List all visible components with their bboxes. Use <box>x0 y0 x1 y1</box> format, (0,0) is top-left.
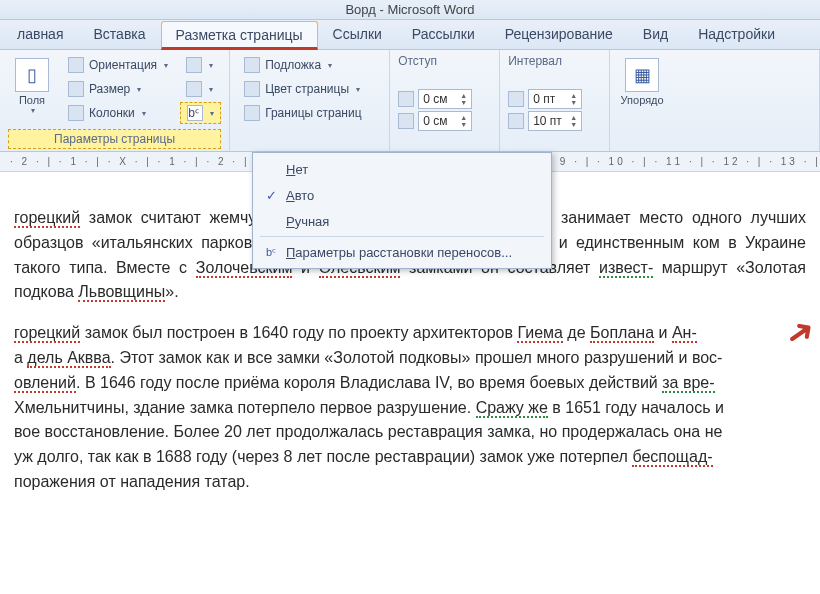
hyphenation-button[interactable]: bᶜ▾ <box>180 102 221 124</box>
ribbon-tabs: лавная Вставка Разметка страницы Ссылки … <box>0 20 820 50</box>
indent-title: Отступ <box>398 54 491 68</box>
chevron-down-icon: ▾ <box>210 109 214 118</box>
indent-left-input[interactable]: 0 см▲▼ <box>418 89 472 109</box>
page-color-label: Цвет страницы <box>265 82 349 96</box>
text: дель Аквва <box>27 349 110 368</box>
ribbon: ▯ Поля ▾ Ориентация▾ Размер▾ Колонки▾ ▾ … <box>0 50 820 152</box>
text: беспощад- <box>632 448 712 467</box>
spacing-before-value: 0 пт <box>533 92 555 106</box>
tab-references[interactable]: Ссылки <box>318 20 397 49</box>
page-borders-label: Границы страниц <box>265 106 361 120</box>
text: овлений <box>14 374 76 393</box>
group-spacing: Интервал 0 пт▲▼ 10 пт▲▼ <box>500 50 610 151</box>
breaks-icon <box>186 57 202 73</box>
group-page-setup: ▯ Поля ▾ Ориентация▾ Размер▾ Колонки▾ ▾ … <box>0 50 230 151</box>
tab-page-layout[interactable]: Разметка страницы <box>161 21 318 50</box>
orientation-icon <box>68 57 84 73</box>
spacing-group-label <box>508 145 601 149</box>
hyph-none[interactable]: Нет <box>256 156 548 182</box>
text: горецкий <box>14 209 80 228</box>
text: и <box>654 324 672 341</box>
indent-left-icon <box>398 91 414 107</box>
spinner-arrows-icon[interactable]: ▲▼ <box>460 114 467 128</box>
indent-right-value: 0 см <box>423 114 447 128</box>
hyph-options[interactable]: bᶜПараметры расстановки переносов... <box>256 239 548 265</box>
indent-right-input[interactable]: 0 см▲▼ <box>418 111 472 131</box>
tab-view[interactable]: Вид <box>628 20 683 49</box>
spacing-title: Интервал <box>508 54 601 68</box>
spacing-after-icon <box>508 113 524 129</box>
text: в 1651 году началось и <box>548 399 724 416</box>
text: Хмельнитчины, здание замка потерпело пер… <box>14 399 476 416</box>
text: поражения от нападения татар. <box>14 473 250 490</box>
paragraph-2[interactable]: горецкий замок был построен в 1640 году … <box>14 321 806 495</box>
tab-review[interactable]: Рецензирование <box>490 20 628 49</box>
indent-group-label <box>398 145 491 149</box>
page-color-button[interactable]: Цвет страницы▾ <box>238 78 367 100</box>
chevron-down-icon: ▾ <box>164 61 168 70</box>
spacing-after-value: 10 пт <box>533 114 562 128</box>
spacing-before-input[interactable]: 0 пт▲▼ <box>528 89 582 109</box>
chevron-down-icon: ▾ <box>328 61 332 70</box>
text: де <box>563 324 590 341</box>
page-borders-button[interactable]: Границы страниц <box>238 102 367 124</box>
size-button[interactable]: Размер▾ <box>62 78 174 100</box>
columns-button[interactable]: Колонки▾ <box>62 102 174 124</box>
chevron-down-icon: ▾ <box>142 109 146 118</box>
margins-button[interactable]: ▯ Поля ▾ <box>8 54 56 115</box>
tab-home[interactable]: лавная <box>2 20 79 49</box>
text: Львовщины <box>78 283 165 302</box>
spinner-arrows-icon[interactable]: ▲▼ <box>570 92 577 106</box>
arrange-group-label <box>618 145 811 149</box>
text: . Этот замок как и все замки «Золотой по… <box>111 349 723 366</box>
text: Сражу же <box>476 399 548 418</box>
group-page-background: Подложка▾ Цвет страницы▾ Границы страниц <box>230 50 390 151</box>
checkmark-icon: ✓ <box>262 188 280 203</box>
watermark-button[interactable]: Подложка▾ <box>238 54 367 76</box>
text: вое восстановление. Более 20 лет продолж… <box>14 423 722 440</box>
text: ». <box>165 283 178 300</box>
tab-addins[interactable]: Надстройки <box>683 20 790 49</box>
size-label: Размер <box>89 82 130 96</box>
menu-separator <box>260 236 544 237</box>
page-borders-icon <box>244 105 260 121</box>
spinner-arrows-icon[interactable]: ▲▼ <box>570 114 577 128</box>
columns-icon <box>68 105 84 121</box>
text: извест- <box>599 259 653 278</box>
hyph-auto[interactable]: ✓Авто <box>256 182 548 208</box>
chevron-down-icon: ▾ <box>137 85 141 94</box>
orientation-button[interactable]: Ориентация▾ <box>62 54 174 76</box>
arrange-label: Упорядо <box>621 94 664 106</box>
indent-left-row[interactable]: 0 см▲▼ <box>398 89 491 109</box>
spacing-before-icon <box>508 91 524 107</box>
page-color-icon <box>244 81 260 97</box>
indent-left-value: 0 см <box>423 92 447 106</box>
indent-right-row[interactable]: 0 см▲▼ <box>398 111 491 131</box>
orientation-label: Ориентация <box>89 58 157 72</box>
watermark-icon <box>244 57 260 73</box>
tab-mailings[interactable]: Рассылки <box>397 20 490 49</box>
hyph-options-icon: bᶜ <box>262 246 280 259</box>
menu-label: Авто <box>286 188 314 203</box>
text: за вре- <box>662 374 714 393</box>
group-arrange: ▦ Упорядо <box>610 50 820 151</box>
line-numbers-button[interactable]: ▾ <box>180 78 221 100</box>
chevron-down-icon: ▾ <box>356 85 360 94</box>
text: замок был построен в 1640 году по проект… <box>80 324 517 341</box>
group-indent: Отступ 0 см▲▼ 0 см▲▼ <box>390 50 500 151</box>
hyph-manual[interactable]: Ручная <box>256 208 548 234</box>
spacing-after-input[interactable]: 10 пт▲▼ <box>528 111 582 131</box>
breaks-button[interactable]: ▾ <box>180 54 221 76</box>
title-bar: Ворд - Microsoft Word <box>0 0 820 20</box>
page-setup-group-label: Параметры страницы <box>8 129 221 149</box>
indent-right-icon <box>398 113 414 129</box>
columns-label: Колонки <box>89 106 135 120</box>
spacing-before-row[interactable]: 0 пт▲▼ <box>508 89 601 109</box>
tab-insert[interactable]: Вставка <box>79 20 161 49</box>
text: Боплана <box>590 324 654 343</box>
spacing-after-row[interactable]: 10 пт▲▼ <box>508 111 601 131</box>
menu-label: Параметры расстановки переносов... <box>286 245 512 260</box>
spinner-arrows-icon[interactable]: ▲▼ <box>460 92 467 106</box>
arrange-button[interactable]: ▦ Упорядо <box>618 54 666 106</box>
hyphenation-icon: bᶜ <box>187 105 203 121</box>
